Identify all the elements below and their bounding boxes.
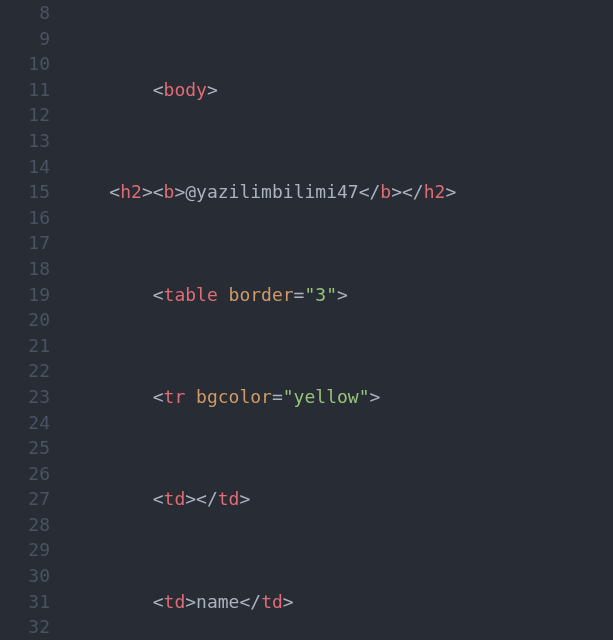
line-number: 32 <box>0 614 50 640</box>
line-number-gutter: 8 9 10 11 12 13 14 15 16 17 18 19 20 21 … <box>0 0 66 640</box>
code-line: <tr bgcolor="yellow"> <box>66 384 613 410</box>
line-number: 13 <box>0 128 50 154</box>
line-number: 20 <box>0 307 50 333</box>
line-number: 29 <box>0 537 50 563</box>
line-number: 27 <box>0 486 50 512</box>
line-number: 22 <box>0 358 50 384</box>
code-line: <body> <box>66 77 613 103</box>
line-number: 25 <box>0 435 50 461</box>
code-line: <h2><b>@yazilimbilimi47</b></h2> <box>66 179 613 205</box>
line-number: 30 <box>0 563 50 589</box>
line-number: 9 <box>0 26 50 52</box>
line-number: 8 <box>0 0 50 26</box>
line-number: 26 <box>0 461 50 487</box>
code-content[interactable]: <body> <h2><b>@yazilimbilimi47</b></h2> … <box>66 0 613 640</box>
code-line: <table border="3"> <box>66 282 613 308</box>
code-line: <td>name</td> <box>66 589 613 615</box>
line-number: 21 <box>0 333 50 359</box>
line-number: 16 <box>0 205 50 231</box>
line-number: 24 <box>0 410 50 436</box>
line-number: 15 <box>0 179 50 205</box>
line-number: 31 <box>0 589 50 615</box>
code-line: <td></td> <box>66 486 613 512</box>
line-number: 12 <box>0 102 50 128</box>
line-number: 19 <box>0 282 50 308</box>
line-number: 18 <box>0 256 50 282</box>
line-number: 17 <box>0 230 50 256</box>
line-number: 23 <box>0 384 50 410</box>
code-editor-view: 8 9 10 11 12 13 14 15 16 17 18 19 20 21 … <box>0 0 613 640</box>
line-number: 10 <box>0 51 50 77</box>
line-number: 11 <box>0 77 50 103</box>
line-number: 28 <box>0 512 50 538</box>
line-number: 14 <box>0 154 50 180</box>
